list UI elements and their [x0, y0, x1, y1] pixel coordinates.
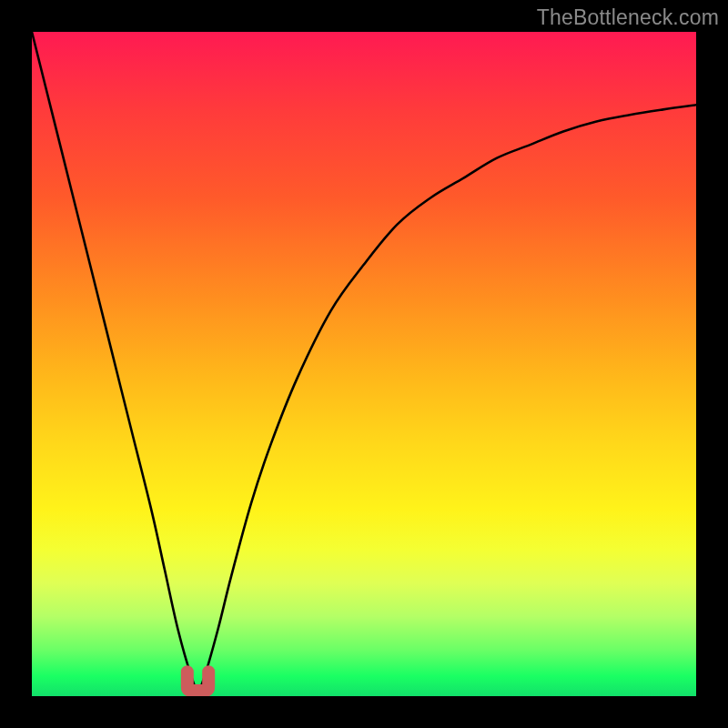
bottleneck-curve [32, 32, 696, 690]
chart-stage: TheBottleneck.com [0, 0, 728, 728]
chart-svg [32, 32, 696, 696]
watermark-text: TheBottleneck.com [537, 5, 719, 30]
plot-area [32, 32, 696, 696]
notch-marker [187, 672, 208, 691]
